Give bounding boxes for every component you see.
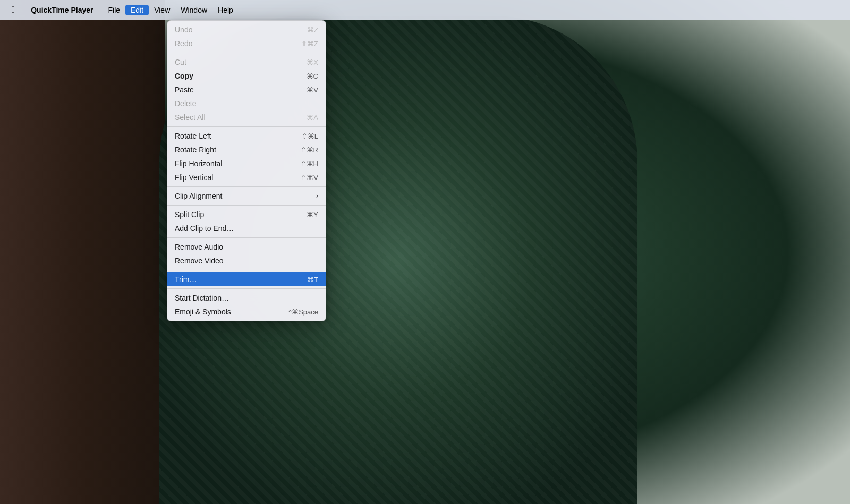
flip-horizontal-shortcut: ⇧⌘H [301, 160, 318, 168]
delete-label: Delete [175, 99, 318, 108]
remove-video-label: Remove Video [175, 257, 318, 265]
start-dictation-menu-item[interactable]: Start Dictation… [167, 291, 326, 305]
rotate-left-label: Rotate Left [175, 132, 291, 140]
delete-menu-item[interactable]: Delete [167, 97, 326, 110]
select-all-shortcut: ⌘A [307, 114, 318, 122]
bg-left-panel [0, 0, 165, 504]
redo-menu-item[interactable]: Redo ⇧⌘Z [167, 37, 326, 50]
view-menu-item[interactable]: View [149, 5, 175, 15]
rotate-right-shortcut: ⇧⌘R [301, 146, 318, 154]
flip-vertical-label: Flip Vertical [175, 173, 290, 182]
separator-1 [167, 53, 326, 53]
flip-horizontal-menu-item[interactable]: Flip Horizontal ⇧⌘H [167, 157, 326, 170]
emoji-symbols-label: Emoji & Symbols [175, 307, 278, 316]
cut-label: Cut [175, 58, 296, 66]
select-all-label: Select All [175, 113, 296, 122]
window-menu-item[interactable]: Window [175, 5, 212, 15]
paste-shortcut: ⌘V [307, 86, 318, 94]
trim-shortcut: ⌘T [307, 276, 318, 284]
split-clip-menu-item[interactable]: Split Clip ⌘Y [167, 208, 326, 221]
copy-shortcut: ⌘C [307, 72, 318, 80]
emoji-symbols-menu-item[interactable]: Emoji & Symbols ^⌘Space [167, 305, 326, 319]
rotate-right-menu-item[interactable]: Rotate Right ⇧⌘R [167, 143, 326, 157]
trim-label: Trim… [175, 275, 296, 284]
undo-menu-item[interactable]: Undo ⌘Z [167, 23, 326, 37]
clip-alignment-menu-item[interactable]: Clip Alignment › [167, 189, 326, 203]
apple-menu-item[interactable]:  [6, 4, 20, 16]
add-clip-to-end-menu-item[interactable]: Add Clip to End… [167, 221, 326, 235]
rotate-right-label: Rotate Right [175, 146, 290, 154]
split-clip-label: Split Clip [175, 210, 296, 219]
remove-audio-menu-item[interactable]: Remove Audio [167, 240, 326, 254]
copy-label: Copy [175, 72, 296, 80]
separator-4 [167, 205, 326, 206]
flip-vertical-shortcut: ⇧⌘V [301, 174, 318, 182]
help-menu-item[interactable]: Help [212, 5, 239, 15]
edit-dropdown-menu: Undo ⌘Z Redo ⇧⌘Z Cut ⌘X Copy ⌘C Paste ⌘V… [167, 20, 326, 321]
select-all-menu-item[interactable]: Select All ⌘A [167, 110, 326, 124]
clip-alignment-arrow: › [316, 192, 318, 200]
menubar:  QuickTime Player File Edit View Window… [0, 0, 850, 20]
app-name-menu-item[interactable]: QuickTime Player [26, 5, 98, 15]
separator-7 [167, 288, 326, 289]
file-menu-item[interactable]: File [103, 5, 125, 15]
cut-menu-item[interactable]: Cut ⌘X [167, 55, 326, 69]
emoji-symbols-shortcut: ^⌘Space [288, 308, 318, 316]
add-clip-to-end-label: Add Clip to End… [175, 224, 318, 233]
flip-vertical-menu-item[interactable]: Flip Vertical ⇧⌘V [167, 170, 326, 184]
separator-5 [167, 237, 326, 238]
separator-2 [167, 126, 326, 127]
separator-6 [167, 270, 326, 270]
split-clip-shortcut: ⌘Y [307, 211, 318, 219]
rotate-left-shortcut: ⇧⌘L [302, 132, 318, 140]
paste-label: Paste [175, 86, 296, 94]
remove-audio-label: Remove Audio [175, 243, 318, 251]
clip-alignment-label: Clip Alignment [175, 192, 312, 200]
remove-video-menu-item[interactable]: Remove Video [167, 254, 326, 268]
rotate-left-menu-item[interactable]: Rotate Left ⇧⌘L [167, 129, 326, 143]
edit-menu-item[interactable]: Edit [125, 5, 149, 15]
undo-label: Undo [175, 25, 296, 34]
start-dictation-label: Start Dictation… [175, 294, 318, 302]
redo-shortcut: ⇧⌘Z [301, 40, 318, 48]
flip-horizontal-label: Flip Horizontal [175, 159, 290, 168]
undo-shortcut: ⌘Z [307, 26, 318, 34]
redo-label: Redo [175, 39, 291, 48]
paste-menu-item[interactable]: Paste ⌘V [167, 83, 326, 97]
separator-3 [167, 186, 326, 187]
cut-shortcut: ⌘X [307, 58, 318, 66]
copy-menu-item[interactable]: Copy ⌘C [167, 69, 326, 83]
trim-menu-item[interactable]: Trim… ⌘T [167, 272, 326, 286]
